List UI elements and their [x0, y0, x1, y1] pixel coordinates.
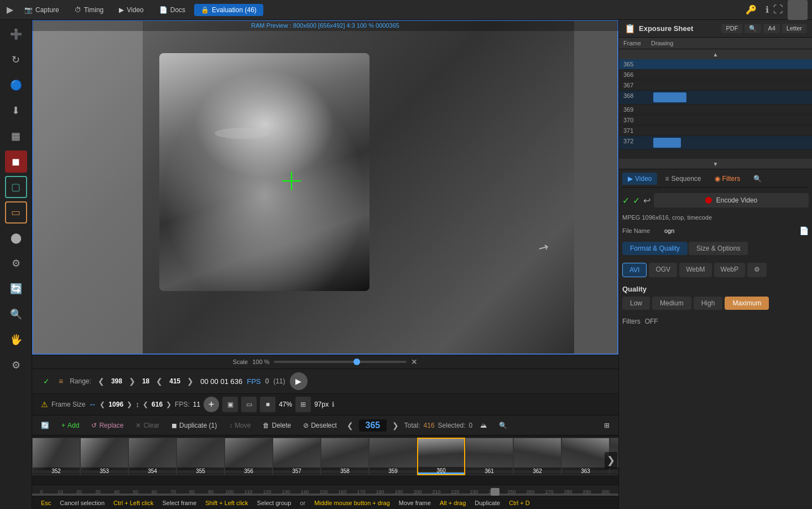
width-prev-button[interactable]: ❮	[100, 401, 105, 408]
exp-scroll-down-button[interactable]: ▼	[619, 159, 812, 169]
deselect-button[interactable]: ⊘ Deselect	[299, 420, 341, 431]
zoom-timeline-button[interactable]: 🔍	[495, 420, 512, 431]
tab-format-quality[interactable]: Format & Quality	[622, 242, 688, 255]
exp-search-button[interactable]: 🔍	[745, 24, 761, 33]
sidebar-settings-button[interactable]: ⚙	[5, 252, 27, 274]
exp-row-365[interactable]: 365	[619, 59, 812, 70]
nav-tab-video[interactable]: ▶ Video	[112, 4, 150, 16]
timeline-frame-363[interactable]: 363	[561, 438, 610, 475]
encode-video-button[interactable]: Encode Video	[654, 193, 809, 207]
a4-button[interactable]: A4	[763, 24, 779, 33]
sidebar-orange-frame-button[interactable]: ▭	[5, 201, 27, 224]
timeline-frame-354[interactable]: 354	[128, 438, 176, 475]
scale-close-button[interactable]: ✕	[411, 357, 418, 366]
key-tool-button[interactable]: 🔑	[743, 2, 759, 17]
tab-filters[interactable]: ◉ Filters	[709, 173, 746, 185]
timeline-frame-352[interactable]: 352	[32, 438, 80, 475]
exp-row-372[interactable]: 372	[619, 136, 812, 150]
nav-tab-docs[interactable]: 📄 Docs	[153, 4, 192, 16]
tab-search[interactable]: 🔍	[748, 173, 767, 185]
timeline-frame-361[interactable]: 361	[465, 438, 513, 475]
pdf-button[interactable]: PDF	[721, 24, 742, 33]
exp-row-367[interactable]: 367	[619, 80, 812, 91]
preview-canvas[interactable]: ↗	[32, 20, 618, 355]
scale-slider[interactable]	[274, 361, 407, 363]
range-end-prev-button[interactable]: ❮	[154, 376, 165, 387]
format-btn-avi[interactable]: AVI	[622, 263, 647, 277]
timeline-frame-356[interactable]: 356	[225, 438, 273, 475]
exp-row-369[interactable]: 369	[619, 105, 812, 115]
quality-btn-medium[interactable]: Medium	[652, 297, 691, 310]
ruler-thumb[interactable]	[491, 488, 499, 496]
quality-btn-low[interactable]: Low	[622, 297, 650, 310]
sidebar-record-button[interactable]: ◼	[5, 150, 27, 173]
move-button[interactable]: ↕ Move	[225, 420, 255, 431]
sidebar-search-button[interactable]: 🔍	[5, 303, 27, 325]
quality-btn-high[interactable]: High	[694, 297, 723, 310]
nav-tab-timing[interactable]: ⏱ Timing	[68, 4, 111, 16]
frame-next-button[interactable]: ❯	[390, 420, 401, 431]
info-tool-button[interactable]: ℹ	[763, 2, 771, 17]
timeline-frame-362[interactable]: 362	[513, 438, 561, 475]
letter-button[interactable]: Letter	[782, 24, 806, 33]
nav-tab-capture[interactable]: 📷 Capture	[18, 4, 66, 16]
grid-button[interactable]: ▣	[222, 397, 238, 412]
format-btn-webm[interactable]: WebM	[679, 263, 711, 277]
tab-sequence[interactable]: ≡ Sequence	[659, 173, 706, 185]
sidebar-rotate-button[interactable]: ↻	[5, 49, 27, 71]
sidebar-layers-button[interactable]: 🔵	[5, 74, 27, 96]
sidebar-add-button[interactable]: ➕	[5, 23, 27, 45]
tab-size-options[interactable]: Size & Options	[689, 242, 748, 255]
timeline-frame-357[interactable]: 357	[273, 438, 321, 475]
play-check-button[interactable]: ✓	[41, 376, 52, 387]
duplicate-button[interactable]: ◼ Duplicate (1)	[167, 420, 221, 431]
exp-row-366[interactable]: 366	[619, 70, 812, 80]
height-next-button[interactable]: ❯	[166, 401, 171, 408]
exp-row-371[interactable]: 371	[619, 126, 812, 136]
undo-button[interactable]: ↩	[643, 195, 650, 206]
add-button[interactable]: + Add	[57, 420, 84, 431]
nav-tab-evaluation[interactable]: 🔒 Evaluation (46)	[194, 4, 263, 16]
height-prev-button[interactable]: ❮	[143, 401, 148, 408]
info-button[interactable]: ℹ	[332, 401, 335, 408]
sidebar-circle-button[interactable]: ⬤	[5, 227, 27, 249]
sort-button[interactable]: ⛰	[476, 420, 491, 431]
timeline-frame-360[interactable]: 360	[417, 438, 465, 475]
file-browse-button[interactable]: 📄	[799, 226, 809, 235]
timeline-frame-355[interactable]: 355	[176, 438, 225, 475]
exp-scroll-up-button[interactable]: ▲	[619, 49, 812, 59]
sidebar-download-button[interactable]: ⬇	[5, 100, 27, 122]
timeline-frame-359[interactable]: 359	[369, 438, 417, 475]
exp-row-368[interactable]: 368	[619, 91, 812, 105]
clear-button[interactable]: ✕ Clear	[131, 420, 164, 431]
timeline-nav-right[interactable]: ❯	[605, 452, 617, 469]
sidebar-refresh-button[interactable]: 🔄	[5, 278, 27, 300]
range-end-next-button[interactable]: ❯	[185, 376, 196, 387]
refresh-cycle-button[interactable]: 🔄	[37, 420, 54, 431]
replace-button[interactable]: ↺ Replace	[87, 420, 128, 431]
range-prev-button[interactable]: ❮	[96, 376, 107, 387]
rect-button[interactable]: ■	[260, 397, 275, 412]
add-frame-button[interactable]: +	[204, 397, 219, 412]
sidebar-levels-button[interactable]: ▦	[5, 125, 27, 147]
timeline-frame-353[interactable]: 353	[80, 438, 128, 475]
fullscreen-button[interactable]: ⛶	[773, 4, 783, 15]
delete-button[interactable]: 🗑 Delete	[258, 420, 295, 431]
exp-row-370[interactable]: 370	[619, 115, 812, 126]
ruler-slider[interactable]	[32, 494, 618, 496]
timeline-frame-358[interactable]: 358	[321, 438, 369, 475]
format-btn-ogv[interactable]: OGV	[649, 263, 677, 277]
scale-slider-thumb[interactable]	[353, 359, 360, 365]
sidebar-bottom-settings-button[interactable]: ⚙	[5, 354, 27, 376]
expand-nav-button[interactable]: ▶	[4, 2, 15, 17]
frame-prev-button[interactable]: ❮	[345, 420, 356, 431]
format-btn-[interactable]: ⚙	[747, 263, 767, 277]
tab-video[interactable]: ▶ Video	[622, 173, 657, 185]
range-next-button[interactable]: ❯	[127, 376, 138, 387]
grid2-button[interactable]: ⊞	[295, 397, 311, 412]
quality-btn-maximum[interactable]: Maximum	[725, 297, 769, 310]
sidebar-hand-button[interactable]: 🖐	[5, 329, 27, 351]
width-next-button[interactable]: ❯	[127, 401, 132, 408]
format-btn-webp[interactable]: WebP	[714, 263, 745, 277]
panel-button[interactable]: ⊞	[600, 420, 614, 431]
